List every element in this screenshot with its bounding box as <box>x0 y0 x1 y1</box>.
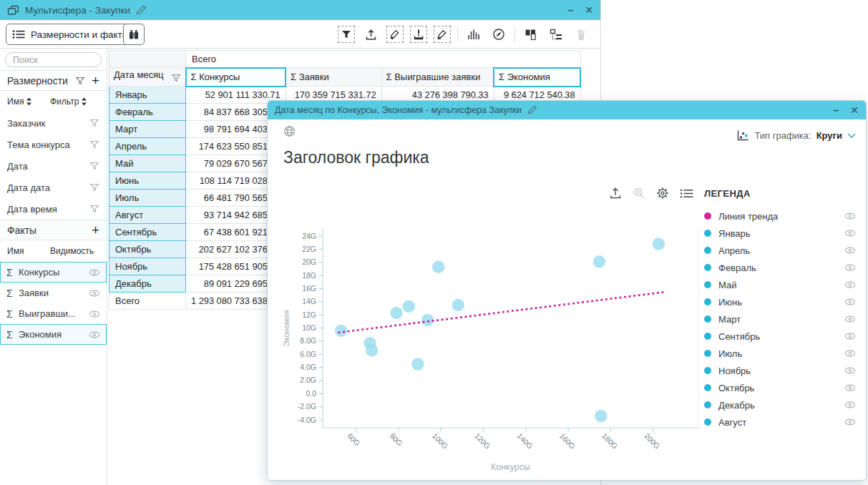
bubble-Февраль[interactable] <box>403 300 415 313</box>
funnel-icon[interactable] <box>89 162 99 170</box>
visibility-eye-icon[interactable] <box>844 298 859 305</box>
legend-item[interactable]: Март <box>704 310 859 328</box>
chart-settings-button[interactable] <box>656 187 669 200</box>
bubble-Март[interactable] <box>432 260 444 273</box>
column-header[interactable]: Σ Конкурсы <box>186 68 286 87</box>
visibility-eye-icon[interactable] <box>844 247 859 254</box>
minimize-button[interactable]: – <box>567 5 573 15</box>
column-header[interactable]: Σ Выигравшие заявки <box>381 68 494 87</box>
chart-export-button[interactable] <box>609 187 622 200</box>
chart-zoom-button[interactable] <box>633 187 645 200</box>
visibility-eye-icon[interactable] <box>844 367 859 374</box>
chart-type-select[interactable]: Тип графика: Круги <box>736 129 856 142</box>
month-cell[interactable]: Ноябрь <box>109 258 186 275</box>
visibility-eye-icon[interactable] <box>844 212 859 220</box>
bubble-Май[interactable] <box>390 307 402 319</box>
month-cell[interactable]: Июнь <box>109 172 186 190</box>
binoculars-button[interactable] <box>123 24 145 45</box>
legend-item[interactable]: Февраль <box>704 259 859 276</box>
search-input[interactable] <box>5 52 102 67</box>
month-cell[interactable]: Всего <box>109 293 186 310</box>
month-cell[interactable]: Апрель <box>109 138 186 155</box>
month-cell[interactable]: Февраль <box>109 104 186 121</box>
month-cell[interactable]: Октябрь <box>109 241 186 258</box>
visibility-eye-icon[interactable] <box>89 310 100 318</box>
legend-item[interactable]: Май <box>704 276 859 293</box>
legend-item[interactable]: Сентябрь <box>704 328 859 345</box>
legend-item[interactable]: Апрель <box>704 242 859 259</box>
histogram-button[interactable] <box>464 25 483 44</box>
compass-button[interactable] <box>489 25 508 44</box>
hierarchy-button[interactable] <box>547 25 565 44</box>
restore-window-icon[interactable] <box>7 5 19 16</box>
month-cell[interactable]: Май <box>109 155 186 172</box>
visibility-eye-icon[interactable] <box>844 384 859 391</box>
apply-warning-button[interactable] <box>410 26 427 43</box>
month-cell[interactable]: Март <box>109 121 186 138</box>
legend-item[interactable]: Ноябрь <box>704 362 859 379</box>
dimension-item[interactable]: Дата <box>0 155 107 177</box>
bubble-Апрель[interactable] <box>593 255 605 268</box>
column-header[interactable]: Дата месяц <box>109 68 186 87</box>
month-cell[interactable]: Январь <box>109 87 186 104</box>
legend-item[interactable]: Октябрь <box>704 379 859 396</box>
delete-button[interactable] <box>572 25 590 44</box>
bubble-Сентябрь[interactable] <box>366 344 378 356</box>
bubble-Июль[interactable] <box>364 337 376 349</box>
visibility-eye-icon[interactable] <box>89 331 100 338</box>
fact-item[interactable]: ΣКонкурсы <box>0 262 107 283</box>
bubble-Декабрь[interactable] <box>411 358 424 370</box>
filter-selection-button[interactable] <box>338 26 355 43</box>
bubble-Январь[interactable] <box>335 324 347 336</box>
month-cell[interactable]: Сентябрь <box>109 224 186 241</box>
funnel-icon[interactable] <box>89 205 99 213</box>
edit-remove-button[interactable] <box>434 26 451 43</box>
visibility-eye-icon[interactable] <box>844 230 859 237</box>
visibility-eye-icon[interactable] <box>844 264 859 271</box>
funnel-icon[interactable] <box>75 77 85 85</box>
edit-title-icon[interactable] <box>136 6 147 15</box>
dimension-item[interactable]: Дата время <box>0 198 107 220</box>
fact-item[interactable]: ΣЗаявки <box>0 283 107 303</box>
sort-by-name[interactable]: Имя <box>7 91 32 112</box>
fact-item[interactable]: ΣВыигравши... <box>0 303 107 324</box>
funnel-icon[interactable] <box>89 183 99 192</box>
funnel-icon[interactable] <box>89 140 99 149</box>
dimensions-facts-button[interactable]: Размерности и факты <box>6 24 138 45</box>
column-header[interactable]: Σ Заявки <box>286 68 381 87</box>
add-fact-button[interactable]: + <box>92 223 99 237</box>
legend-item[interactable]: Июль <box>704 345 859 362</box>
bubble-Ноябрь[interactable] <box>595 410 607 422</box>
funnel-icon[interactable] <box>171 74 181 84</box>
legend-item[interactable]: Июнь <box>704 293 859 310</box>
dimension-item[interactable]: Заказчик <box>0 112 107 134</box>
dimension-item[interactable]: Тема конкурса <box>0 134 107 155</box>
visibility-eye-icon[interactable] <box>89 290 100 297</box>
legend-item[interactable]: Линия тренда <box>704 207 859 225</box>
visibility-eye-icon[interactable] <box>844 281 859 288</box>
visibility-eye-icon[interactable] <box>844 418 859 426</box>
visibility-eye-icon[interactable] <box>89 269 100 276</box>
popup-close-button[interactable]: ✕ <box>850 105 859 115</box>
bubble-Июнь[interactable] <box>452 299 464 311</box>
visibility-eye-icon[interactable] <box>844 350 859 357</box>
edit-add-button[interactable] <box>386 26 404 43</box>
month-cell[interactable]: Декабрь <box>109 275 186 293</box>
close-button[interactable]: ✕ <box>585 5 593 15</box>
legend-item[interactable]: Декабрь <box>704 396 859 413</box>
bubble-Август[interactable] <box>421 314 434 326</box>
sort-by-filter[interactable]: Фильтр <box>50 91 87 112</box>
chart-list-button[interactable] <box>680 188 693 199</box>
month-cell[interactable]: Август <box>109 207 186 224</box>
bubble-Октябрь[interactable] <box>653 237 665 250</box>
popup-minimize-button[interactable]: – <box>833 105 839 115</box>
visibility-eye-icon[interactable] <box>844 401 859 408</box>
dimension-item[interactable]: Дата дата <box>0 177 107 198</box>
legend-item[interactable]: Январь <box>704 225 859 242</box>
visibility-eye-icon[interactable] <box>844 333 859 340</box>
legend-item[interactable]: Август <box>704 413 859 431</box>
month-cell[interactable]: Июль <box>109 190 186 207</box>
add-dimension-button[interactable]: + <box>92 74 99 87</box>
visibility-eye-icon[interactable] <box>844 315 859 323</box>
column-header[interactable]: Σ Экономия <box>494 68 580 87</box>
